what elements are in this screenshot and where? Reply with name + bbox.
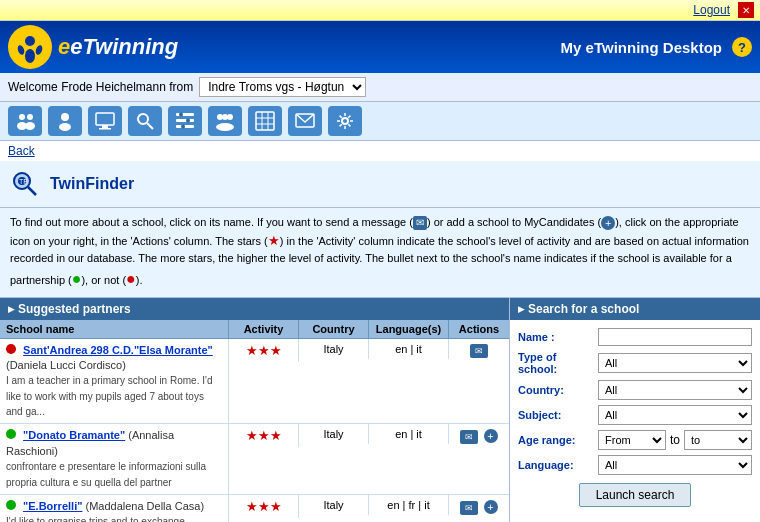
table-row: "E.Borrelli" (Maddalena Della Casa) I'd … [0, 495, 509, 522]
twinfinder-title: TwinFinder [50, 175, 134, 193]
svg-rect-11 [96, 113, 114, 125]
svg-text:TF: TF [19, 178, 28, 185]
nav-icon-group[interactable] [208, 106, 242, 136]
search-form: Name : Type of school: All Primary Secon… [510, 320, 760, 523]
logo-e: e [58, 34, 70, 59]
svg-point-4 [25, 49, 35, 63]
nav-icon-message[interactable] [288, 106, 322, 136]
cell-country-2: Italy [299, 424, 369, 444]
header: eeTwinning My eTwinning Desktop ? [0, 21, 760, 73]
cell-school-3: "E.Borrelli" (Maddalena Della Casa) I'd … [0, 495, 229, 522]
school-link-1[interactable]: Sant'Andrea 298 C.D."Elsa Morante" [23, 344, 213, 356]
nav-icon-table[interactable] [248, 106, 282, 136]
twinfinder-icon: TF [8, 167, 42, 201]
nav-icon-people[interactable] [8, 106, 42, 136]
logout-link[interactable]: Logout [693, 3, 730, 17]
age-from-select[interactable]: From 5 6 7 [598, 430, 666, 450]
search-section: ▸ Search for a school Name : Type of sch… [510, 298, 760, 523]
cell-actions-2: ✉ + [449, 424, 509, 449]
nav-icon-search[interactable] [128, 106, 162, 136]
row-desc-2: confrontare e presentare le informazioni… [6, 461, 206, 487]
form-row-country: Country: All [518, 380, 752, 400]
age-to-label: to [670, 433, 680, 447]
cell-country-3: Italy [299, 495, 369, 515]
cell-language-2: en | it [369, 424, 449, 444]
nav-icon-gear[interactable] [328, 106, 362, 136]
stars-example: ★ [268, 233, 280, 248]
left-panel: ▸ Suggested partners School name Activit… [0, 298, 510, 523]
help-button[interactable]: ? [732, 37, 752, 57]
launch-search-button[interactable]: Launch search [579, 483, 692, 507]
label-age: Age range: [518, 434, 598, 446]
subject-select[interactable]: All [598, 405, 752, 425]
table-row: "Donato Bramante" (Annalisa Raschioni) c… [0, 424, 509, 495]
msg-action-1[interactable]: ✉ [470, 344, 488, 358]
svg-rect-26 [256, 112, 274, 130]
msg-action-2[interactable]: ✉ [460, 430, 478, 444]
svg-point-10 [59, 123, 71, 131]
svg-point-7 [27, 114, 33, 120]
svg-point-19 [179, 113, 183, 117]
left-panel-arrow: ▸ [8, 302, 14, 316]
add-icon-inline: + [601, 216, 615, 230]
back-link-area: Back [0, 141, 760, 161]
form-row-age: Age range: From 5 6 7 to to 10 12 [518, 430, 752, 450]
bullet-green-2 [6, 429, 16, 439]
bullet-red-1 [6, 344, 16, 354]
add-action-3[interactable]: + [484, 500, 498, 514]
add-action-2[interactable]: + [484, 429, 498, 443]
age-range: From 5 6 7 to to 10 12 14 [598, 430, 752, 450]
main-content: ▸ Suggested partners School name Activit… [0, 298, 760, 523]
nav-icon-desktop[interactable] [88, 106, 122, 136]
stars-2: ★★★ [246, 428, 282, 443]
teacher-name-3: (Maddalena Della Casa) [85, 500, 204, 512]
row-desc-3: I'd like to organise trips and to exchan… [6, 516, 199, 522]
row-desc-1: I am a teacher in a primary school in Ro… [6, 375, 212, 417]
search-panel-title: Search for a school [528, 302, 639, 316]
col-header-actions: Actions [449, 320, 509, 338]
label-type: Type of school: [518, 351, 598, 375]
table-header: School name Activity Country Language(s)… [0, 320, 509, 339]
school-link-3[interactable]: "E.Borrelli" [23, 500, 82, 512]
form-row-type: Type of school: All Primary Secondary [518, 351, 752, 375]
cell-actions-1: ✉ [449, 339, 509, 363]
label-language: Language: [518, 459, 598, 471]
description-text: To find out more about a school, click o… [0, 208, 760, 298]
svg-rect-12 [102, 125, 108, 128]
form-row-subject: Subject: All [518, 405, 752, 425]
school-link-2[interactable]: "Donato Bramante" [23, 429, 125, 441]
svg-point-9 [61, 113, 69, 121]
language-select[interactable]: All [598, 455, 752, 475]
cell-activity-3: ★★★ [229, 495, 299, 518]
form-row-name: Name : [518, 328, 752, 346]
svg-rect-13 [99, 128, 111, 130]
nav-icon-settings[interactable] [168, 106, 202, 136]
left-panel-header: ▸ Suggested partners [0, 298, 509, 320]
back-link[interactable]: Back [8, 144, 35, 158]
stars-1: ★★★ [246, 343, 282, 358]
country-select[interactable]: All [598, 380, 752, 400]
nav-icon-person[interactable] [48, 106, 82, 136]
name-input[interactable] [598, 328, 752, 346]
col-header-language: Language(s) [369, 320, 449, 338]
logo-area: eeTwinning [8, 25, 561, 69]
svg-point-25 [216, 123, 234, 131]
top-bar: Logout ✕ [0, 0, 760, 21]
table-row: Sant'Andrea 298 C.D."Elsa Morante" (Dani… [0, 339, 509, 425]
school-select[interactable]: Indre Troms vgs - Høgtun [199, 77, 366, 97]
svg-point-1 [25, 36, 35, 46]
msg-action-3[interactable]: ✉ [460, 501, 478, 515]
cell-actions-3: ✉ + [449, 495, 509, 520]
red-bullet-example: ● [126, 270, 136, 287]
type-select[interactable]: All Primary Secondary [598, 353, 752, 373]
desktop-title: My eTwinning Desktop [561, 39, 722, 56]
label-country: Country: [518, 384, 598, 396]
close-button[interactable]: ✕ [738, 2, 754, 18]
svg-rect-17 [176, 119, 194, 122]
svg-point-8 [25, 122, 35, 130]
search-panel-header: ▸ Search for a school [510, 298, 760, 320]
nav-icons-bar [0, 102, 760, 141]
age-to-select[interactable]: to 10 12 14 [684, 430, 752, 450]
msg-icon-inline: ✉ [413, 216, 427, 230]
col-header-school: School name [0, 320, 229, 338]
